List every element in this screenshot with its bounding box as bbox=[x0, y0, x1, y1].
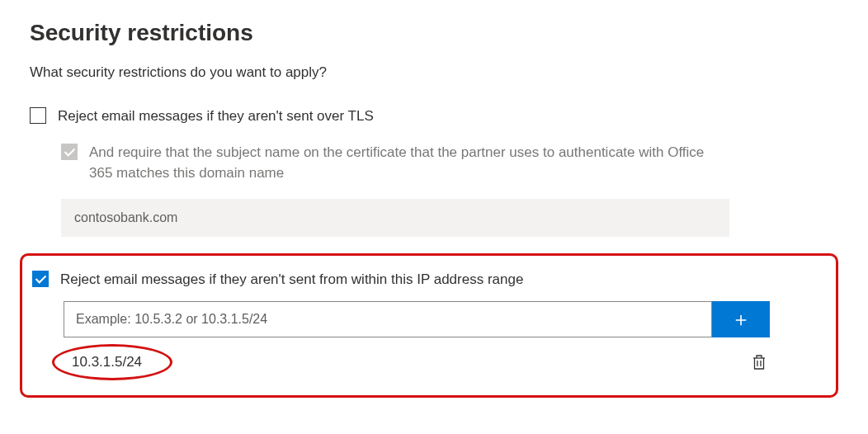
annotation-highlight-box: Reject email messages if they aren't sen… bbox=[20, 253, 838, 399]
tls-label: Reject email messages if they aren't sen… bbox=[58, 106, 374, 127]
ip-option-row: Reject email messages if they aren't sen… bbox=[32, 269, 826, 290]
add-ip-button[interactable]: ＋ bbox=[712, 301, 770, 337]
page-title: Security restrictions bbox=[30, 20, 838, 46]
ip-checkbox[interactable] bbox=[32, 271, 49, 287]
plus-icon: ＋ bbox=[731, 306, 751, 333]
tls-nested-block: And require that the subject name on the… bbox=[61, 142, 838, 237]
tls-domain-input[interactable] bbox=[61, 199, 729, 237]
page-subtitle: What security restrictions do you want t… bbox=[30, 64, 838, 81]
delete-ip-button[interactable] bbox=[748, 351, 770, 374]
ip-input-row: ＋ bbox=[64, 301, 770, 337]
trash-icon bbox=[752, 354, 767, 370]
ip-list-item: 10.3.1.5/24 bbox=[64, 351, 770, 374]
tls-option-row: Reject email messages if they aren't sen… bbox=[30, 106, 838, 127]
tls-checkbox[interactable] bbox=[30, 107, 46, 124]
ip-entry-value: 10.3.1.5/24 bbox=[64, 351, 150, 374]
ip-label: Reject email messages if they aren't sen… bbox=[60, 269, 523, 290]
ip-input[interactable] bbox=[64, 301, 712, 337]
tls-cert-checkbox bbox=[61, 144, 78, 160]
tls-cert-label: And require that the subject name on the… bbox=[89, 142, 716, 184]
